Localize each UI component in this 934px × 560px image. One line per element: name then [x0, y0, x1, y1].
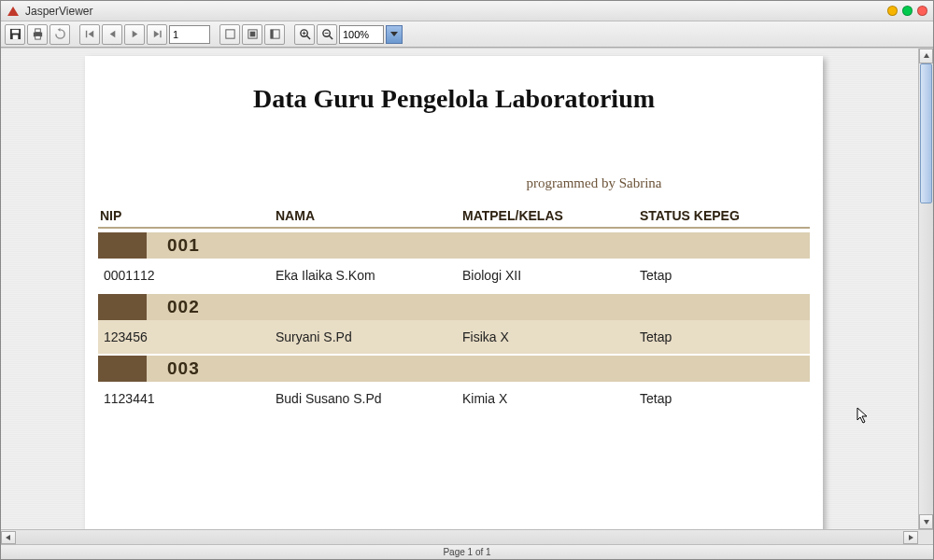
maximize-button[interactable] — [902, 6, 913, 16]
scroll-up-button[interactable] — [919, 49, 933, 63]
toolbar — [1, 21, 933, 48]
svg-marker-26 — [924, 53, 929, 58]
svg-marker-9 — [88, 31, 93, 37]
minimize-button[interactable] — [887, 6, 898, 16]
svg-marker-7 — [57, 28, 60, 32]
zoom-in-button[interactable] — [294, 24, 315, 45]
vscroll-track[interactable] — [919, 63, 933, 514]
cell-nama: Suryani S.Pd — [276, 329, 462, 344]
vscroll-thumb[interactable] — [920, 63, 932, 203]
report-credit: programmed by Sabrina — [378, 175, 810, 191]
col-status: STATUS KEPEG — [640, 208, 810, 223]
cell-matpel: Fisika X — [462, 329, 640, 344]
group-number: 001 — [167, 235, 200, 256]
scroll-left-button[interactable] — [1, 531, 16, 544]
svg-marker-11 — [132, 31, 137, 37]
app-window: JasperViewer Data Guru Pengelola Laborat… — [0, 0, 934, 560]
svg-rect-13 — [160, 31, 161, 37]
actual-size-button[interactable] — [219, 24, 240, 45]
svg-marker-0 — [7, 7, 19, 16]
zoom-level-input[interactable] — [339, 25, 384, 44]
group-number: 003 — [167, 358, 200, 379]
window-title: JasperViewer — [25, 5, 92, 18]
reload-button[interactable] — [50, 24, 70, 45]
svg-rect-3 — [12, 35, 18, 39]
group-number: 002 — [167, 297, 200, 317]
group-header: 003 — [98, 356, 810, 382]
cell-nip: 1123441 — [98, 391, 276, 406]
report-viewport[interactable]: Data Guru Pengelola Laboratorium program… — [1, 48, 933, 529]
svg-marker-27 — [924, 520, 929, 525]
col-nama: NAMA — [276, 208, 462, 223]
group-color-block — [98, 356, 147, 382]
prev-page-button[interactable] — [102, 24, 122, 45]
vertical-scrollbar[interactable] — [918, 49, 933, 529]
group-color-block — [98, 232, 147, 259]
fit-page-button[interactable] — [242, 24, 262, 45]
col-nip: NIP — [98, 208, 276, 223]
svg-line-24 — [329, 35, 333, 39]
table-row: 1123441Budi Susano S.PdKimia XTetap — [98, 382, 810, 415]
svg-rect-5 — [35, 29, 40, 33]
horizontal-scrollbar[interactable] — [1, 529, 933, 544]
cell-status: Tetap — [640, 329, 810, 344]
group-header: 001 — [98, 232, 810, 259]
cell-nip: 0001112 — [98, 268, 276, 283]
svg-marker-29 — [909, 535, 913, 540]
close-button[interactable] — [917, 6, 927, 16]
fit-width-button[interactable] — [264, 24, 285, 45]
report-title: Data Guru Pengelola Laboratorium — [98, 84, 810, 114]
svg-marker-10 — [109, 31, 115, 37]
zoom-out-button[interactable] — [317, 24, 337, 45]
svg-marker-28 — [6, 535, 10, 540]
page-indicator: Page 1 of 1 — [443, 547, 490, 557]
group-header: 002 — [98, 294, 810, 320]
cell-nip: 123456 — [98, 329, 276, 344]
mouse-cursor — [856, 407, 870, 426]
svg-rect-16 — [249, 32, 255, 37]
cell-status: Tetap — [640, 391, 810, 406]
cell-nama: Eka Ilaika S.Kom — [276, 268, 462, 283]
last-page-button[interactable] — [147, 24, 167, 45]
cell-status: Tetap — [640, 268, 810, 283]
save-button[interactable] — [5, 24, 25, 45]
cell-matpel: Kimia X — [462, 391, 640, 406]
svg-rect-8 — [85, 31, 86, 37]
scroll-right-button[interactable] — [903, 531, 918, 544]
column-headers: NIP NAMA MATPEL/KELAS STATUS KEPEG — [98, 208, 810, 229]
svg-marker-12 — [153, 31, 159, 37]
zoom-dropdown[interactable] — [386, 25, 403, 44]
svg-rect-2 — [11, 30, 18, 34]
svg-line-20 — [306, 35, 310, 39]
cell-nama: Budi Susano S.Pd — [276, 391, 462, 406]
print-button[interactable] — [27, 24, 48, 45]
title-bar[interactable]: JasperViewer — [1, 1, 933, 21]
svg-rect-18 — [270, 30, 273, 38]
next-page-button[interactable] — [124, 24, 145, 45]
status-bar: Page 1 of 1 — [1, 544, 933, 559]
page-number-input[interactable] — [169, 25, 210, 44]
scroll-down-button[interactable] — [919, 514, 933, 529]
cell-matpel: Biologi XII — [462, 268, 640, 283]
group-color-block — [98, 294, 147, 320]
svg-rect-6 — [35, 35, 40, 39]
report-page: Data Guru Pengelola Laboratorium program… — [85, 56, 823, 529]
scroll-corner — [918, 531, 933, 544]
col-matpel: MATPEL/KELAS — [462, 208, 640, 223]
first-page-button[interactable] — [79, 24, 100, 45]
table-row: 0001112Eka Ilaika S.KomBiologi XIITetap — [98, 259, 810, 292]
svg-rect-14 — [225, 30, 234, 38]
hscroll-track[interactable] — [16, 531, 903, 544]
table-row: 123456Suryani S.PdFisika XTetap — [98, 320, 810, 354]
app-icon — [7, 5, 20, 18]
